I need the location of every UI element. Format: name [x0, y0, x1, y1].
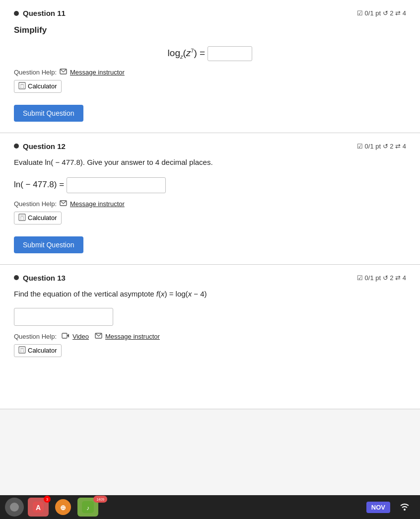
- taskbar: A 3 ⊕ ♪ 1409 NOV: [0, 495, 420, 519]
- question-11-help: Question Help: Message instructor: [14, 69, 406, 76]
- message-instructor-link-q11[interactable]: Message instructor: [70, 69, 125, 76]
- svg-rect-8: [19, 214, 25, 221]
- question-11-bullet: [14, 11, 19, 16]
- question-12-meta: ☑ 0/1 pt ↺ 2 ⇄ 4: [357, 143, 406, 150]
- svg-point-30: [404, 509, 406, 511]
- question-13-instruction: Find the equation of the vertical asympt…: [14, 288, 406, 300]
- svg-text:♪: ♪: [86, 505, 89, 512]
- badge-count-3: 3: [44, 496, 51, 503]
- question-12-header: Question 12 ☑ 0/1 pt ↺ 2 ⇄ 4: [14, 142, 406, 150]
- svg-text:A: A: [36, 504, 41, 512]
- svg-rect-17: [19, 347, 25, 353]
- taskbar-orange-icon[interactable]: ⊕: [53, 498, 73, 517]
- taskbar-app-badge-3[interactable]: A 3: [28, 498, 49, 517]
- question-13-answer-input[interactable]: [14, 308, 113, 326]
- question-12-bullet: [14, 144, 19, 148]
- calculator-button-q13[interactable]: Calculator: [14, 344, 62, 357]
- svg-point-23: [10, 503, 19, 512]
- message-instructor-link-q13[interactable]: Message instructor: [105, 333, 160, 340]
- november-button[interactable]: NOV: [366, 502, 390, 513]
- question-11-math: logz(z7) =: [14, 46, 406, 61]
- taskbar-wifi-icon[interactable]: [394, 498, 415, 517]
- question-12-instruction: Evaluate ln( − 477.8). Give your answer …: [14, 156, 406, 168]
- message-icon-q11: [60, 69, 67, 76]
- question-12-help: Question Help: Message instructor: [14, 200, 406, 208]
- question-11-answer-input[interactable]: [208, 46, 252, 61]
- question-11-body: Simplify logz(z7) =: [14, 23, 406, 62]
- calculator-icon-q12: [18, 214, 26, 222]
- calculator-button-q11[interactable]: Calculator: [14, 80, 62, 93]
- question-13-label: Question 13: [23, 274, 66, 282]
- question-11-meta: ☑ 0/1 pt ↺ 2 ⇄ 4: [357, 9, 406, 17]
- message-icon-q12: [60, 200, 67, 208]
- video-icon-q13: [62, 333, 70, 340]
- message-instructor-link-q12[interactable]: Message instructor: [70, 200, 125, 208]
- svg-rect-1: [19, 82, 25, 89]
- submit-question-11-button[interactable]: Submit Question: [14, 105, 83, 122]
- page-content: Question 11 ☑ 0/1 pt ↺ 2 ⇄ 4 Simplify lo…: [0, 0, 420, 409]
- taskbar-media-badge[interactable]: ♪ 1409: [77, 498, 98, 517]
- question-12-answer-input[interactable]: [67, 177, 166, 193]
- question-11-label: Question 11: [23, 9, 66, 17]
- question-13-header: Question 13 ☑ 0/1 pt ↺ 2 ⇄ 4: [14, 274, 406, 282]
- question-12-block: Question 12 ☑ 0/1 pt ↺ 2 ⇄ 4 Evaluate ln…: [0, 133, 420, 265]
- question-13-meta: ☑ 0/1 pt ↺ 2 ⇄ 4: [357, 274, 406, 282]
- video-link-q13[interactable]: Video: [72, 333, 89, 340]
- question-12-math: ln( − 477.8) =: [14, 177, 406, 193]
- question-13-bullet: [14, 275, 19, 280]
- calculator-icon-q11: [18, 82, 26, 91]
- message-icon-q13: [95, 333, 102, 340]
- svg-text:⊕: ⊕: [60, 504, 66, 512]
- question-11-instruction: Simplify: [14, 23, 406, 37]
- question-12-body: Evaluate ln( − 477.8). Give your answer …: [14, 156, 406, 193]
- question-13-title: Question 13: [14, 274, 66, 282]
- question-13-block: Question 13 ☑ 0/1 pt ↺ 2 ⇄ 4 Find the eq…: [0, 265, 420, 409]
- svg-rect-14: [62, 333, 67, 338]
- badge-count-1409: 1409: [93, 496, 107, 503]
- calculator-button-q12[interactable]: Calculator: [14, 212, 62, 224]
- question-11-header: Question 11 ☑ 0/1 pt ↺ 2 ⇄ 4: [14, 9, 406, 17]
- taskbar-apple-icon[interactable]: [5, 498, 24, 517]
- question-12-label: Question 12: [23, 142, 66, 150]
- question-13-help: Question Help: Video Message instructor: [14, 333, 406, 340]
- question-13-body: Find the equation of the vertical asympt…: [14, 288, 406, 326]
- calculator-icon-q13: [18, 346, 26, 355]
- question-12-title: Question 12: [14, 142, 66, 150]
- submit-question-12-button[interactable]: Submit Question: [14, 236, 83, 253]
- question-11-title: Question 11: [14, 9, 66, 17]
- question-11-block: Question 11 ☑ 0/1 pt ↺ 2 ⇄ 4 Simplify lo…: [0, 0, 420, 133]
